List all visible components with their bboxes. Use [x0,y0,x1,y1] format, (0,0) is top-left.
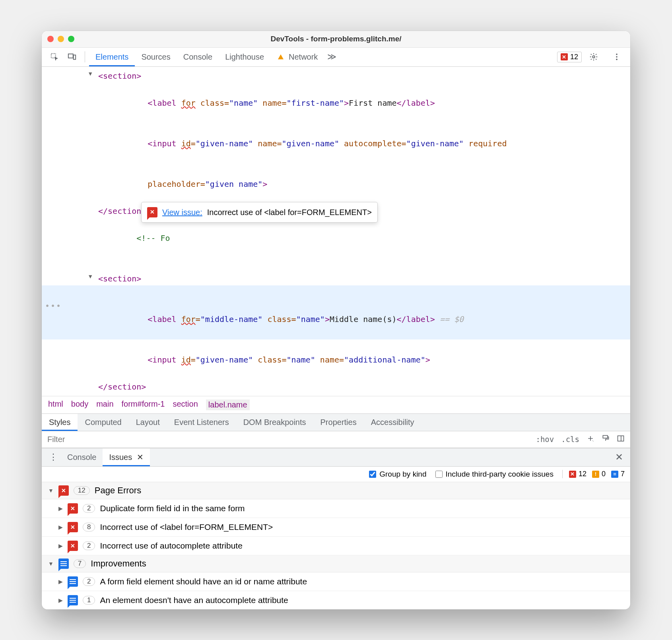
error-count: ✕12 [569,470,587,478]
error-icon: ✕ [68,503,78,514]
close-tab-icon[interactable]: ✕ [137,452,144,462]
panel-tabs: Elements Sources Console Lighthouse Netw… [89,48,324,66]
row-actions-icon[interactable]: ••• [45,299,62,312]
styles-tools: :hov .cls [530,434,630,444]
close-window-button[interactable] [47,36,54,42]
tab-dom-breakpoints[interactable]: DOM Breakpoints [236,414,313,431]
tab-label: Lighthouse [225,52,264,62]
issue-row[interactable]: ▶ ✕ 2 Duplicate form field id in the sam… [42,499,630,518]
tab-accessibility[interactable]: Accessibility [364,414,421,431]
third-party-checkbox[interactable]: Include third-party cookie issues [435,470,554,479]
toggle-sidebar-icon[interactable] [617,434,625,444]
drawer-tab-issues[interactable]: Issues ✕ [103,448,150,466]
group-by-kind-checkbox[interactable]: Group by kind [369,470,426,479]
chevron-right-icon: ▶ [58,505,63,512]
dom-attr: for [181,98,196,108]
tab-properties[interactable]: Properties [313,414,364,431]
tab-console[interactable]: Console [177,48,219,66]
crumb-form[interactable]: form#form-1 [122,400,165,410]
settings-icon[interactable] [587,50,600,63]
warning-icon [278,54,284,60]
kebab-menu-icon[interactable] [610,50,623,63]
chevron-right-icon: ▶ [58,543,63,549]
tab-styles[interactable]: Styles [42,414,78,431]
dom-tag: </label> [397,98,435,108]
tab-elements[interactable]: Elements [89,48,135,66]
dom-val: "additional-name" [344,355,425,365]
dom-val: "given name" [205,179,263,189]
issue-counts: ✕12 !0 ≡7 [562,470,625,478]
styles-filter-input[interactable] [42,435,530,444]
chevron-right-icon: ▶ [58,524,63,530]
warning-count: !0 [592,470,606,478]
traffic-lights [47,36,74,42]
drawer-menu-icon[interactable]: ⋮ [46,452,61,462]
svg-rect-7 [603,436,608,438]
dom-attr: class= [196,98,229,108]
crumb-section[interactable]: section [173,400,198,410]
dom-tag: > [344,98,349,108]
minimize-window-button[interactable] [58,36,64,42]
chevron-down-icon: ▼ [48,560,54,567]
issue-group-improvements[interactable]: ▼ 7 Improvements [42,555,630,572]
paint-icon[interactable] [602,434,610,444]
group-title: Improvements [91,559,146,569]
tab-layout[interactable]: Layout [129,414,167,431]
issues-toolbar: Group by kind Include third-party cookie… [42,467,630,482]
hov-toggle[interactable]: :hov [536,435,554,444]
issue-count-pill: 2 [83,577,95,586]
chevron-right-icon: ▶ [58,578,63,585]
dom-attr: for [181,314,196,324]
issue-text: Incorrect use of <label for=FORM_ELEMENT… [100,522,273,532]
dom-text: Middle name(s) [330,314,397,324]
tab-computed[interactable]: Computed [78,414,128,431]
dom-tree[interactable]: ▼<section> <label for class="name" name=… [42,67,630,396]
crumb-main[interactable]: main [96,400,113,410]
tab-lighthouse[interactable]: Lighthouse [219,48,270,66]
dom-val: "name" [229,98,258,108]
inspect-icon[interactable] [48,50,61,63]
tab-sources[interactable]: Sources [135,48,177,66]
tab-label: Network [289,52,318,62]
dom-tag: <section> [98,71,141,81]
drawer: ⋮ Console Issues ✕ ✕ Group by kind Inclu… [42,448,630,609]
selected-marker: == $0 [435,314,464,324]
zoom-window-button[interactable] [68,36,74,42]
issue-text: A form field element should have an id o… [100,577,307,586]
issue-row[interactable]: ▶ 2 A form field element should have an … [42,572,630,591]
issue-count-pill: 2 [83,504,95,513]
dom-tag: </section> [98,382,146,392]
cls-toggle[interactable]: .cls [561,435,579,444]
crumb-body[interactable]: body [71,400,88,410]
dom-attr: class= [253,355,286,365]
tab-event-listeners[interactable]: Event Listeners [167,414,236,431]
main-toolbar: Elements Sources Console Lighthouse Netw… [42,48,630,67]
info-icon: ≡ [611,471,618,478]
close-drawer-icon[interactable]: ✕ [612,452,626,463]
crumb-label[interactable]: label.name [206,400,250,410]
dom-val: "name" [287,355,315,365]
error-icon: ✕ [68,522,78,532]
dom-tag: > [325,314,330,324]
error-count-badge[interactable]: ✕ 12 [557,52,582,62]
devtools-window: DevTools - form-problems.glitch.me/ Elem… [42,31,630,609]
issue-group-page-errors[interactable]: ▼ ✕ 12 Page Errors [42,482,630,499]
issue-row[interactable]: ▶ 1 An element doesn't have an autocompl… [42,591,630,609]
dom-val: "given-name" [406,139,464,148]
view-issue-link[interactable]: View issue: [162,206,202,219]
tooltip-text: Incorrect use of <label for=FORM_ELEMENT… [207,206,372,219]
group-title: Page Errors [95,485,141,496]
more-tabs-icon[interactable]: ≫ [327,52,336,62]
issue-row[interactable]: ▶ ✕ 8 Incorrect use of <label for=FORM_E… [42,518,630,537]
issue-row[interactable]: ▶ ✕ 2 Incorrect use of autocomplete attr… [42,537,630,555]
checkbox-label: Include third-party cookie issues [446,470,554,479]
drawer-tabs: ⋮ Console Issues ✕ ✕ [42,448,630,467]
dom-val: "first-name" [287,98,344,108]
drawer-tab-console[interactable]: Console [61,448,103,466]
crumb-html[interactable]: html [48,400,63,410]
error-icon: ✕ [68,541,78,551]
tab-network[interactable]: Network [270,48,324,66]
new-rule-icon[interactable] [587,434,594,444]
device-toolbar-icon[interactable] [66,50,78,63]
window-title: DevTools - form-problems.glitch.me/ [42,35,630,43]
